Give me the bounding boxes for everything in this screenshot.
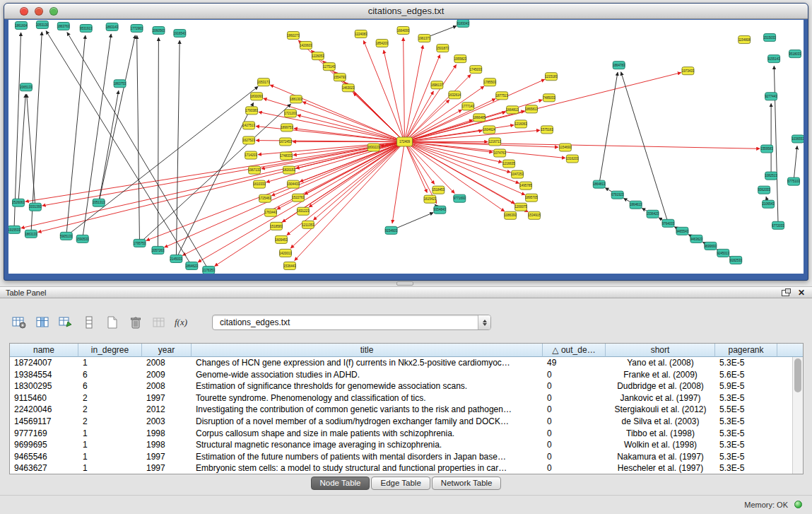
table-row[interactable]: 977716911998Corpus callosum shape and si…: [10, 428, 803, 440]
cell-short[interactable]: Yano et al. (2008): [606, 357, 715, 369]
graph-node[interactable]: 1961373: [418, 35, 431, 42]
graph-node[interactable]: 1615423: [424, 195, 437, 203]
graph-node[interactable]: 1899753: [281, 124, 293, 132]
cell-out_de[interactable]: 0: [543, 380, 606, 392]
graph-node[interactable]: 1863143: [106, 23, 119, 31]
function-builder-icon[interactable]: f(x): [173, 313, 192, 332]
cell-pagerank[interactable]: 5.9E-5: [715, 380, 777, 392]
cell-short[interactable]: Dudbridge et al. (2008): [606, 380, 715, 392]
table-selector-dropdown[interactable]: citations_edges.txt: [212, 315, 491, 330]
graph-node[interactable]: 9771693: [454, 194, 466, 202]
cell-out_de[interactable]: 0: [543, 404, 606, 416]
window-titlebar[interactable]: citations_edges.txt: [4, 4, 808, 19]
graph-node[interactable]: 1830093: [250, 93, 263, 100]
graph-node[interactable]: 1536443: [283, 262, 296, 269]
cell-out_de[interactable]: 49: [543, 357, 606, 369]
graph-node[interactable]: 1609453: [275, 235, 288, 243]
graph-node[interactable]: 9531913: [80, 25, 93, 33]
column-header-year[interactable]: year: [142, 344, 192, 357]
graph-node[interactable]: 9154603: [385, 226, 398, 234]
cell-year[interactable]: 1997: [142, 462, 192, 474]
graph-node[interactable]: 6791923: [611, 191, 624, 199]
graph-node[interactable]: 1559583: [760, 145, 773, 153]
cell-title[interactable]: Structural magnetic resonance image aver…: [192, 439, 543, 451]
graph-node[interactable]: 1748333: [280, 152, 293, 160]
graph-node[interactable]: 1864613: [630, 201, 642, 209]
cell-pagerank[interactable]: 5.5E-5: [715, 404, 777, 416]
cell-year[interactable]: 2012: [142, 404, 192, 416]
cell-pagerank[interactable]: 5.6E-5: [715, 369, 777, 381]
graph-node[interactable]: 1672453: [279, 138, 292, 146]
table-row[interactable]: 946554611997Estimation of the future num…: [10, 451, 803, 463]
cell-short[interactable]: Wolkin et al. (1998): [606, 439, 715, 451]
graph-node[interactable]: 2057263: [152, 246, 165, 254]
cell-year[interactable]: 1997: [142, 451, 192, 463]
graph-node[interactable]: 1955823: [454, 55, 467, 63]
column-header-short[interactable]: short: [606, 344, 715, 357]
export-table-icon[interactable]: [57, 313, 75, 332]
cell-year[interactable]: 2009: [142, 369, 192, 381]
cell-title[interactable]: Corpus callosum shape and size in male p…: [192, 428, 543, 440]
graph-node[interactable]: 1714203: [245, 151, 257, 159]
graph-node[interactable]: 1863753: [114, 80, 126, 88]
graph-node[interactable]: 9277443: [765, 93, 777, 100]
graph-node[interactable]: 1427513: [242, 122, 255, 129]
import-table-icon[interactable]: [150, 313, 168, 332]
graph-node[interactable]: 5905133: [60, 232, 73, 240]
graph-node[interactable]: 2065133: [20, 83, 33, 91]
table-row[interactable]: 1830029562008Estimation of significance …: [10, 380, 803, 392]
cell-out_de[interactable]: 0: [543, 416, 606, 428]
cell-name[interactable]: 14569117: [10, 416, 78, 428]
graph-node[interactable]: 1861604: [15, 22, 28, 30]
cell-name[interactable]: 18724007: [10, 357, 78, 369]
graph-node[interactable]: 1082513: [765, 172, 777, 180]
graph-node[interactable]: 1904433: [287, 180, 300, 188]
graph-node[interactable]: 1463023: [342, 84, 355, 92]
graph-node[interactable]: 1590533: [76, 235, 89, 243]
graph-node[interactable]: 1916543: [174, 30, 187, 37]
cell-short[interactable]: Stergiakouli et al. (2012): [606, 404, 715, 416]
graph-node[interactable]: 1721203: [284, 110, 297, 117]
cell-title[interactable]: Estimation of the future numbers of pati…: [192, 451, 543, 463]
graph-node[interactable]: 1664813: [506, 106, 519, 114]
cell-short[interactable]: Hescheler et al. (1997): [606, 462, 715, 474]
cell-short[interactable]: Nakamura et al. (1997): [606, 451, 715, 463]
graph-node[interactable]: 6775103: [787, 177, 800, 185]
graph-node[interactable]: 1863133: [25, 230, 37, 238]
graph-node[interactable]: 1865813: [525, 105, 538, 113]
graph-node[interactable]: 1877513: [495, 92, 508, 100]
graph-node[interactable]: 9518033: [789, 50, 801, 58]
graph-node[interactable]: 1554793: [334, 74, 346, 81]
table-row[interactable]: 911546021997Tourette syndrome. Phenomeno…: [10, 392, 803, 404]
graph-node[interactable]: 2145033: [170, 255, 183, 262]
cell-year[interactable]: 2003: [142, 416, 192, 428]
graph-node[interactable]: 1881303: [290, 95, 302, 103]
graph-node[interactable]: 1820153: [283, 166, 295, 174]
graph-node[interactable]: 1772963: [131, 25, 143, 33]
table-row[interactable]: 946362711997Embryonic stem cells: a mode…: [10, 462, 803, 474]
graph-node[interactable]: 1420603: [300, 42, 312, 49]
column-header-out_de[interactable]: △ out_de…: [543, 344, 606, 357]
new-document-icon[interactable]: [103, 313, 122, 332]
graph-node[interactable]: 1536423: [647, 210, 659, 218]
graph-node[interactable]: 9155143: [767, 55, 780, 63]
graph-node[interactable]: 8183043: [457, 20, 470, 28]
graph-node[interactable]: 9764033: [662, 219, 675, 227]
cell-title[interactable]: Tourette syndrome. Phenomenology and cla…: [192, 392, 543, 404]
graph-node[interactable]: 1664093: [397, 27, 410, 35]
graph-node[interactable]: 1631223: [297, 207, 310, 215]
table-mode-icon[interactable]: [10, 313, 28, 332]
cell-name[interactable]: 9115460: [10, 392, 78, 404]
cell-title[interactable]: Changes of HCN gene expression and I(f) …: [192, 357, 543, 369]
memory-status-icon[interactable]: [794, 501, 802, 508]
cell-year[interactable]: 2008: [142, 357, 192, 369]
cell-in_degree[interactable]: 1: [78, 462, 142, 474]
table-row[interactable]: 1872400712008Changes of HCN gene express…: [10, 357, 803, 369]
cell-pagerank[interactable]: 5.3E-5: [715, 357, 777, 369]
graph-node[interactable]: 2526063: [12, 199, 25, 206]
column-visibility-icon[interactable]: [33, 313, 52, 332]
graph-node[interactable]: 1216063: [514, 120, 527, 128]
graph-node[interactable]: 1632614: [449, 91, 461, 99]
column-header-in_degree[interactable]: in_degree: [78, 344, 142, 357]
cell-out_de[interactable]: 0: [543, 462, 606, 474]
